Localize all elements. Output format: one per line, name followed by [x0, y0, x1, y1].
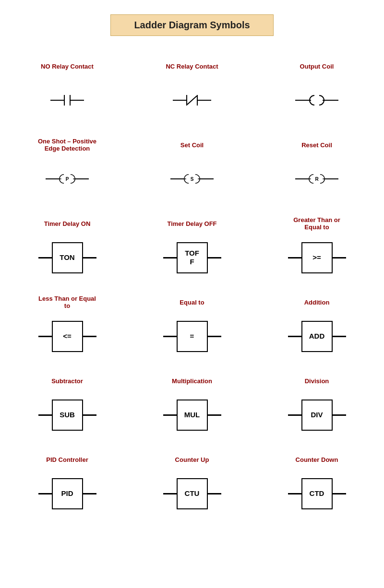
diagram-ton: TON — [38, 241, 96, 274]
slash-icon — [186, 95, 198, 106]
symbol-no-relay: NO Relay Contact — [5, 50, 130, 129]
symbol-nc-relay: NC Relay Contact — [130, 50, 254, 129]
gte-box: >= — [288, 242, 346, 273]
s-coil-svg: S — [184, 172, 200, 186]
symbol-gte: Greater Than orEqual to >= — [254, 208, 379, 286]
p-coil-svg: P — [59, 172, 75, 186]
label-ctu: Counter Up — [175, 451, 209, 468]
line-left — [38, 257, 52, 259]
line-left — [288, 257, 301, 259]
box-content: TON — [52, 242, 83, 273]
symbol-reset-coil: Reset Coil R — [254, 129, 379, 208]
svg-line-0 — [187, 96, 197, 105]
nc-bars — [186, 95, 198, 106]
box-content: MUL — [177, 400, 208, 431]
line-left — [46, 178, 59, 179]
line-left — [163, 493, 177, 494]
label-reset-coil: Reset Coil — [301, 136, 332, 153]
diagram-gte: >= — [288, 241, 346, 274]
label-equal: Equal to — [180, 294, 204, 311]
toff-box: TOFF — [163, 242, 221, 273]
label-ton: Timer Delay ON — [44, 215, 91, 232]
line-right — [333, 414, 346, 416]
symbol-lte: Less Than or Equalto <= — [5, 286, 130, 365]
diagram-sub: SUB — [38, 398, 96, 432]
coil-arc: P — [59, 172, 75, 186]
line-left — [173, 100, 186, 101]
line-left — [288, 336, 301, 337]
diagram-mul: MUL — [163, 398, 221, 432]
diagram-ctu: CTU — [163, 477, 221, 510]
sub-box: SUB — [38, 400, 96, 431]
label-add: Addition — [304, 294, 330, 311]
symbol-one-shot: One Shot – PositiveEdge Detection P — [5, 129, 130, 208]
ton-box: TON — [38, 242, 96, 273]
add-box: ADD — [288, 321, 346, 352]
diagram-div: DIV — [288, 398, 346, 432]
ctd-box: CTD — [288, 478, 346, 509]
line-right — [333, 257, 346, 259]
line-right — [200, 178, 214, 179]
svg-text:S: S — [191, 176, 194, 182]
svg-text:R: R — [315, 176, 319, 182]
symbol-ctu: Counter Up CTU — [130, 444, 254, 522]
box-content: TOFF — [177, 242, 208, 273]
diagram-lte: <= — [38, 319, 96, 353]
p-coil-symbol: P — [46, 172, 89, 186]
div-box: DIV — [288, 400, 346, 431]
symbol-set-coil: Set Coil S — [130, 129, 254, 208]
symbol-toff: Timer Delay OFF TOFF — [130, 208, 254, 286]
line-right — [208, 414, 221, 416]
line-left — [38, 336, 52, 337]
line-right — [333, 493, 346, 494]
coil-arc — [309, 94, 325, 107]
diagram-equal: = — [163, 319, 221, 353]
symbol-output-coil: Output Coil — [254, 50, 379, 129]
box-content: CTU — [177, 478, 208, 509]
label-toff: Timer Delay OFF — [167, 215, 216, 232]
line-right — [83, 336, 96, 337]
label-no-relay: NO Relay Contact — [41, 58, 94, 75]
ctu-box: CTU — [163, 478, 221, 509]
s-coil-symbol: S — [170, 172, 214, 186]
symbol-div: Division DIV — [254, 365, 379, 444]
bar-left — [64, 95, 65, 106]
line-right — [75, 178, 89, 179]
diagram-output-coil — [295, 83, 338, 117]
diagram-nc-relay — [173, 83, 211, 117]
svg-text:P: P — [66, 176, 69, 182]
line-right — [333, 336, 346, 337]
diagram-no-relay — [50, 83, 84, 117]
line-left — [50, 100, 64, 101]
no-contact-symbol — [50, 95, 84, 106]
box-content: PID — [52, 478, 83, 509]
label-output-coil: Output Coil — [300, 58, 334, 75]
line-left — [163, 336, 177, 337]
r-coil-svg: R — [309, 172, 325, 186]
label-lte: Less Than or Equalto — [38, 294, 96, 311]
diagram-add: ADD — [288, 319, 346, 353]
box-content: SUB — [52, 400, 83, 431]
box-content: ADD — [301, 321, 333, 352]
line-right — [325, 178, 338, 179]
line-right — [83, 493, 96, 494]
diagram-one-shot: P — [46, 162, 89, 196]
label-pid: PID Controller — [46, 451, 88, 468]
diagram-toff: TOFF — [163, 241, 221, 274]
line-left — [288, 414, 301, 416]
coil-arc: S — [184, 172, 200, 186]
symbol-add: Addition ADD — [254, 286, 379, 365]
line-right — [83, 257, 96, 259]
box-content: <= — [52, 321, 83, 352]
coil-svg — [309, 94, 325, 107]
box-content: = — [177, 321, 208, 352]
label-mul: Multiplication — [172, 372, 212, 389]
box-content: DIV — [301, 400, 333, 431]
line-left — [295, 100, 309, 101]
diagram-pid: PID — [38, 477, 96, 510]
symbol-pid: PID Controller PID — [5, 444, 130, 522]
label-gte: Greater Than orEqual to — [293, 215, 340, 232]
line-right — [71, 100, 84, 101]
symbol-equal: Equal to = — [130, 286, 254, 365]
title-box: Ladder Diagram Symbols — [110, 14, 274, 36]
